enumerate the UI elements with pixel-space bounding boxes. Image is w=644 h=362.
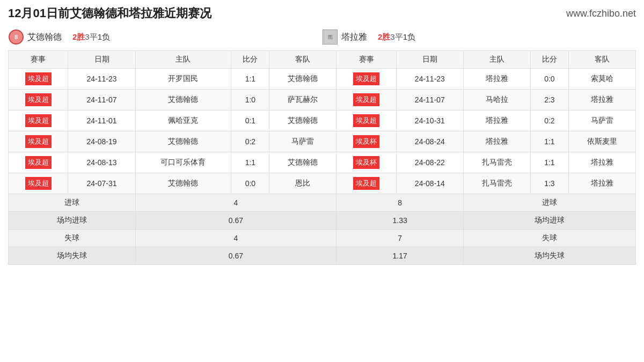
left-away: 艾德翰德	[269, 69, 336, 90]
right-away: 塔拉雅	[568, 173, 635, 194]
left-home: 艾德翰德	[135, 131, 231, 152]
left-score: 0:0	[231, 173, 269, 194]
left-date: 24-08-13	[68, 152, 135, 173]
col-score-r: 比分	[530, 51, 568, 69]
col-home-r: 主队	[463, 51, 530, 69]
left-score: 1:1	[231, 152, 269, 173]
stats-conceded-label-r: 失球	[463, 230, 635, 247]
right-away: 索莫哈	[568, 69, 635, 90]
left-league: 埃及超	[9, 90, 68, 110]
team1-wins: 2胜	[72, 32, 85, 41]
right-league: 埃及超	[336, 90, 396, 110]
stats-avg-conceded-value-r-center: 1.17	[336, 247, 464, 265]
col-score-l: 比分	[231, 51, 269, 69]
right-away: 马萨雷	[568, 110, 635, 131]
left-score: 1:1	[231, 69, 269, 90]
right-home: 扎马雷壳	[463, 173, 530, 194]
right-date: 24-08-14	[396, 173, 463, 194]
team2-info: 图 塔拉雅 2胜3平1负	[322, 27, 636, 47]
right-score: 1:3	[530, 173, 568, 194]
left-league: 埃及超	[9, 152, 68, 173]
team2-record: 2胜3平1负	[378, 32, 415, 42]
stats-avg-conceded-label-r: 场均失球	[463, 247, 635, 265]
table-header-row: 赛事 日期 主队 比分 客队 赛事 日期 主队 比分 客队	[9, 51, 636, 69]
table-row: 埃及超 24-07-31 艾德翰德 0:0 恩比 埃及超 24-08-14 扎马…	[9, 173, 636, 194]
right-date: 24-11-07	[396, 90, 463, 110]
left-score: 0:1	[231, 110, 269, 131]
right-score: 1:1	[530, 152, 568, 173]
stats-avg-goals-row: 场均进球 0.67 1.33 场均进球	[9, 212, 636, 230]
left-away: 艾德翰德	[269, 110, 336, 131]
stats-avg-goals-label-r: 场均进球	[463, 212, 635, 230]
col-date-l: 日期	[68, 51, 135, 69]
stats-goals-label-l: 进球	[9, 194, 136, 212]
team1-draws: 3平	[85, 32, 97, 41]
right-league: 埃及杯	[336, 131, 396, 152]
right-away: 塔拉雅	[568, 90, 635, 110]
col-date-r: 日期	[396, 51, 463, 69]
left-date: 24-07-31	[68, 173, 135, 194]
left-away: 恩比	[269, 173, 336, 194]
right-league: 埃及超	[336, 110, 396, 131]
team1-name: 艾德翰德	[27, 32, 62, 43]
main-table: 赛事 日期 主队 比分 客队 赛事 日期 主队 比分 客队 埃及超 24-11-…	[8, 50, 636, 265]
right-home: 扎马雷壳	[463, 152, 530, 173]
right-home: 塔拉雅	[463, 69, 530, 90]
col-away-r: 客队	[568, 51, 635, 69]
main-title: 12月01日前艾德翰德和塔拉雅近期赛况	[8, 5, 211, 21]
stats-conceded-label-l: 失球	[9, 230, 136, 247]
left-home: 佩哈亚克	[135, 110, 231, 131]
stats-goals-value-r-center: 8	[336, 194, 464, 212]
stats-conceded-value-r-center: 7	[336, 230, 464, 247]
stats-avg-conceded-row: 场均失球 0.67 1.17 场均失球	[9, 247, 636, 265]
left-home: 艾德翰德	[135, 173, 231, 194]
left-away: 萨瓦赫尔	[269, 90, 336, 110]
col-league-l: 赛事	[9, 51, 68, 69]
left-home: 开罗国民	[135, 69, 231, 90]
team2-name: 塔拉雅	[341, 32, 367, 43]
left-date: 24-11-01	[68, 110, 135, 131]
right-date: 24-11-23	[396, 69, 463, 90]
team1-losses: 1负	[98, 32, 110, 41]
team2-wins: 2胜	[378, 32, 390, 41]
right-score: 0:0	[530, 69, 568, 90]
col-home-l: 主队	[135, 51, 231, 69]
teams-row: 8 艾德翰德 2胜3平1负 图 塔拉雅 2胜3平1负	[8, 27, 636, 47]
table-row: 埃及超 24-11-01 佩哈亚克 0:1 艾德翰德 埃及超 24-10-31 …	[9, 110, 636, 131]
left-away: 马萨雷	[269, 131, 336, 152]
stats-goals-value-l: 4	[135, 194, 336, 212]
right-score: 0:2	[530, 110, 568, 131]
table-row: 埃及超 24-08-13 可口可乐体育 1:1 艾德翰德 埃及杯 24-08-2…	[9, 152, 636, 173]
left-away: 艾德翰德	[269, 152, 336, 173]
right-home: 塔拉雅	[463, 110, 530, 131]
left-home: 可口可乐体育	[135, 152, 231, 173]
stats-conceded-row: 失球 4 7 失球	[9, 230, 636, 247]
website-url: www.fczhibo.net	[566, 8, 636, 19]
team1-logo: 8	[8, 29, 24, 45]
stats-avg-goals-value-l: 0.67	[135, 212, 336, 230]
stats-avg-conceded-label-l: 场均失球	[9, 247, 136, 265]
stats-avg-goals-value-r-center: 1.33	[336, 212, 464, 230]
team2-losses: 1负	[403, 32, 415, 41]
right-date: 24-08-24	[396, 131, 463, 152]
team1-info: 8 艾德翰德 2胜3平1负	[8, 27, 322, 47]
left-league: 埃及超	[9, 110, 68, 131]
left-date: 24-11-23	[68, 69, 135, 90]
left-score: 1:0	[231, 90, 269, 110]
stats-goals-label-r: 进球	[463, 194, 635, 212]
stats-goals-row: 进球 4 8 进球	[9, 194, 636, 212]
team2-logo: 图	[322, 29, 338, 45]
stats-conceded-value-l: 4	[135, 230, 336, 247]
right-league: 埃及超	[336, 173, 396, 194]
stats-avg-conceded-value-l: 0.67	[135, 247, 336, 265]
right-home: 马哈拉	[463, 90, 530, 110]
right-score: 1:1	[530, 131, 568, 152]
left-date: 24-11-07	[68, 90, 135, 110]
right-date: 24-10-31	[396, 110, 463, 131]
team2-draws: 3平	[390, 32, 402, 41]
right-away: 依斯麦里	[568, 131, 635, 152]
table-row: 埃及超 24-08-19 艾德翰德 0:2 马萨雷 埃及杯 24-08-24 塔…	[9, 131, 636, 152]
stats-avg-goals-label-l: 场均进球	[9, 212, 136, 230]
col-league-r: 赛事	[336, 51, 396, 69]
right-league: 埃及杯	[336, 152, 396, 173]
